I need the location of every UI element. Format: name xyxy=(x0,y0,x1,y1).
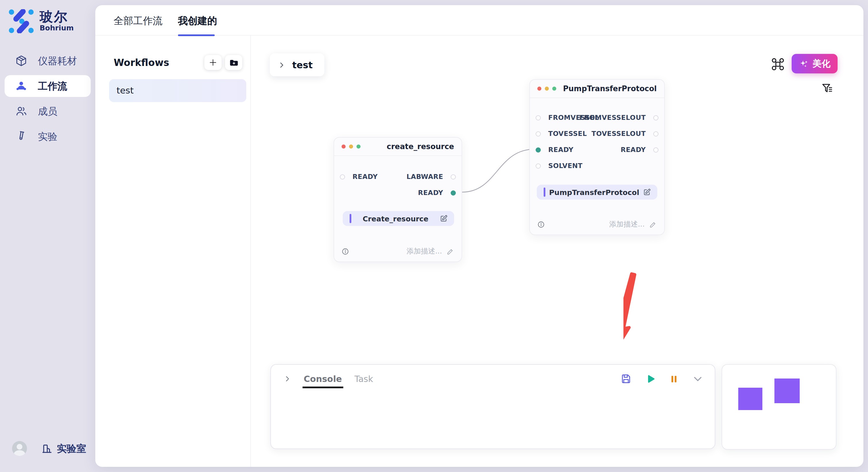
workflow-list-item-test[interactable]: test xyxy=(109,79,246,102)
expand-chevron-icon[interactable] xyxy=(284,375,291,382)
port-circle xyxy=(340,174,345,179)
save-button[interactable] xyxy=(621,373,631,384)
pencil-icon[interactable] xyxy=(446,248,454,255)
pill-label: PumpTransferProtocol xyxy=(546,188,643,196)
sparkles-icon xyxy=(799,59,809,69)
sidebar-item-workflows[interactable]: 工作流 xyxy=(5,75,91,97)
workflows-panel: Workflows test xyxy=(95,36,251,467)
chevron-right-icon xyxy=(278,61,285,69)
test-tube-icon xyxy=(15,130,28,143)
command-icon xyxy=(771,57,785,71)
brand-logo: 玻尔 Bohrium xyxy=(9,9,74,33)
bohrium-logo-icon xyxy=(9,9,34,33)
port-ready-out[interactable]: READY xyxy=(418,189,456,197)
port-label: READY xyxy=(621,146,646,154)
pill-label: Create_resource xyxy=(351,214,440,223)
pause-button[interactable] xyxy=(670,374,679,383)
description-placeholder: 添加描述... xyxy=(406,247,442,256)
edit-icon[interactable] xyxy=(643,188,651,196)
node-action-pill[interactable]: PumpTransferProtocol xyxy=(537,185,657,200)
bohrium-workflow-app: 玻尔 Bohrium 仪器耗材 xyxy=(0,0,868,472)
node-title: PumpTransferProtocol xyxy=(563,84,657,93)
minimap[interactable] xyxy=(722,364,836,450)
save-icon xyxy=(621,373,631,384)
beautify-button[interactable]: 美化 xyxy=(792,54,838,73)
port-label: READY xyxy=(418,189,443,197)
annotation-arrow xyxy=(623,266,698,364)
breadcrumb[interactable]: test xyxy=(270,53,324,76)
lab-switcher[interactable]: 实验室 xyxy=(41,442,86,455)
sidebar-item-label: 仪器耗材 xyxy=(38,54,77,67)
lab-label: 实验室 xyxy=(57,442,86,455)
tab-my-created[interactable]: 我创建的 xyxy=(178,14,217,28)
main-content: 全部工作流 我创建的 Workflows xyxy=(95,5,863,467)
port-label: FROMVESSELOUT xyxy=(580,113,646,122)
beautify-label: 美化 xyxy=(813,58,830,70)
sidebar-item-label: 实验 xyxy=(38,130,57,143)
traffic-dots-icon xyxy=(537,87,556,91)
edge-create-resource-to-pump xyxy=(462,149,535,192)
minimap-node-pump-transfer xyxy=(774,378,800,403)
brand-name-en: Bohrium xyxy=(40,24,74,32)
filter-icon xyxy=(821,82,834,95)
node-header: PumpTransferProtocol xyxy=(530,80,664,98)
filter-button[interactable] xyxy=(821,82,834,95)
tab-all-workflows[interactable]: 全部工作流 xyxy=(114,14,162,28)
workflow-tabbar: 全部工作流 我创建的 xyxy=(95,5,863,36)
plus-icon xyxy=(208,58,218,67)
port-circle xyxy=(536,131,541,136)
node-title: create_resource xyxy=(386,142,454,151)
folder-download-icon xyxy=(229,58,239,67)
node-pump-transfer-protocol[interactable]: PumpTransferProtocol FROMVESSEL TOVESSEL… xyxy=(529,79,665,235)
workflow-item-name: test xyxy=(117,86,134,96)
port-label: SOLVENT xyxy=(548,162,583,170)
port-label: TOVESSELOUT xyxy=(592,130,646,138)
port-solvent[interactable]: SOLVENT xyxy=(536,162,583,170)
port-circle xyxy=(451,174,456,179)
sidebar-nav: 仪器耗材 工作流 成员 xyxy=(0,48,95,149)
port-ready-in[interactable]: READY xyxy=(536,146,574,154)
info-icon[interactable] xyxy=(342,248,349,255)
info-icon[interactable] xyxy=(537,221,545,228)
collapse-button[interactable] xyxy=(692,373,703,384)
run-button[interactable] xyxy=(645,374,656,384)
node-footer: 添加描述... xyxy=(342,247,454,256)
port-ready-in[interactable]: READY xyxy=(340,173,378,181)
port-ready-out[interactable]: READY xyxy=(621,146,658,154)
port-label: LABWARE xyxy=(406,173,443,181)
workflows-panel-title: Workflows xyxy=(114,57,201,68)
port-circle xyxy=(653,115,658,120)
sidebar-item-label: 成员 xyxy=(38,105,57,118)
sidebar-item-instruments[interactable]: 仪器耗材 xyxy=(0,48,95,73)
avatar[interactable] xyxy=(12,441,27,456)
port-labware-out[interactable]: LABWARE xyxy=(406,173,456,181)
layout-command-button[interactable] xyxy=(771,57,785,71)
import-folder-button[interactable] xyxy=(225,55,242,70)
port-label: READY xyxy=(548,146,574,154)
add-workflow-button[interactable] xyxy=(205,55,222,70)
port-circle xyxy=(653,147,658,152)
console-panel: Console Task xyxy=(270,364,715,449)
port-circle xyxy=(653,131,658,136)
edit-icon[interactable] xyxy=(440,214,448,223)
port-fromvesselout[interactable]: FROMVESSELOUT xyxy=(580,113,658,122)
port-circle xyxy=(536,115,541,120)
port-tovessel[interactable]: TOVESSEL xyxy=(536,130,587,138)
sidebar: 玻尔 Bohrium 仪器耗材 xyxy=(0,0,95,472)
port-circle xyxy=(536,147,541,152)
node-create-resource[interactable]: create_resource READY LABWARE READY Crea… xyxy=(334,137,462,262)
description-placeholder: 添加描述... xyxy=(609,220,645,229)
minimap-node-create-resource xyxy=(738,388,763,410)
breadcrumb-label: test xyxy=(292,59,313,70)
port-tovesselout[interactable]: TOVESSELOUT xyxy=(592,130,658,138)
pencil-icon[interactable] xyxy=(649,221,657,228)
sidebar-item-members[interactable]: 成员 xyxy=(0,99,95,124)
port-label: TOVESSEL xyxy=(548,130,587,138)
sidebar-footer: 实验室 xyxy=(12,441,86,456)
brand-name-cn: 玻尔 xyxy=(40,9,74,24)
box-icon xyxy=(15,55,28,67)
task-tab[interactable]: Task xyxy=(354,374,373,384)
sidebar-item-experiments[interactable]: 实验 xyxy=(0,124,95,149)
console-tab[interactable]: Console xyxy=(304,374,342,384)
node-action-pill[interactable]: Create_resource xyxy=(343,211,454,226)
